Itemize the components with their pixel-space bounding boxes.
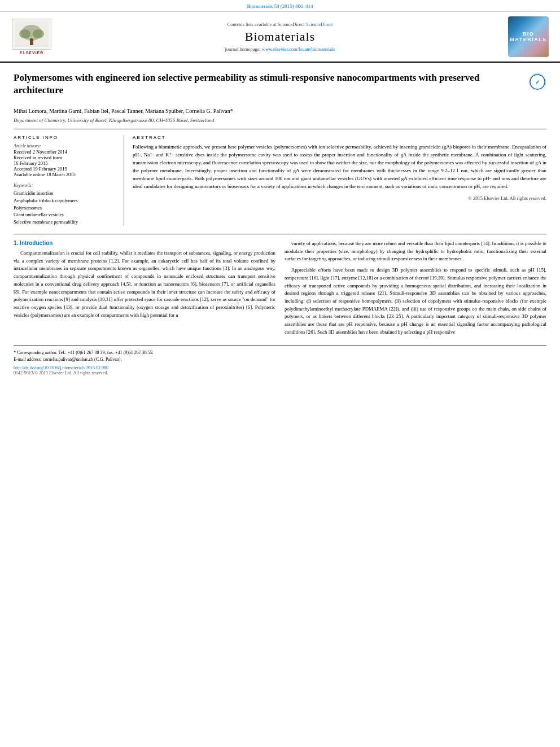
footnote-section: * Corresponding author. Tel.: +41 (0)61 … [14, 346, 546, 375]
intro-heading: 1. Introduction [14, 240, 275, 246]
intro-text-right: variety of applications, because they ar… [285, 240, 546, 337]
abstract-text: Following a biomimetic approach, we pres… [133, 143, 546, 191]
elsevier-brand-text: ELSEVIER [20, 51, 44, 55]
journal-homepage: journal homepage: www.elsevier.com/locat… [225, 46, 335, 52]
svg-point-3 [19, 29, 30, 38]
svg-rect-2 [30, 38, 33, 45]
journal-center-info: Contents lists available at ScienceDirec… [60, 16, 500, 57]
journal-logo-left: ELSEVIER [9, 16, 54, 57]
journal-title: Biomaterials [245, 29, 315, 44]
sciencedirect-info: Contents lists available at ScienceDirec… [228, 21, 333, 27]
keyword-3: Polymersomes [14, 204, 116, 212]
abstract-header: ABSTRACT [133, 135, 546, 140]
svg-text:✓: ✓ [535, 79, 540, 85]
body-section: 1. Introduction Compartmentalization is … [14, 234, 546, 340]
crossmark-badge: ✓ [528, 73, 546, 91]
corresponding-author-note: * Corresponding author. Tel.: +41 (0)61 … [14, 350, 546, 356]
keyword-4: Giant unilamellar vesicles [14, 211, 116, 219]
article-title-section: Polymersomes with engineered ion selecti… [14, 72, 546, 101]
article-info-header: ARTICLE INFO [14, 135, 116, 140]
article-title: Polymersomes with engineered ion selecti… [14, 72, 522, 97]
revised-label: Received in revised form [14, 155, 116, 160]
keyword-1: Gramicidin insertion [14, 190, 116, 197]
authors-section: Mihai Lomora, Martina Garni, Fabian Itel… [14, 108, 546, 114]
article-content: Polymersomes with engineered ion selecti… [0, 63, 560, 382]
journal-homepage-link[interactable]: www.elsevier.com/locate/biomaterials [262, 46, 335, 52]
journal-reference-text: Biomaterials 53 (2015) 406–414 [247, 3, 313, 9]
page-container: Biomaterials 53 (2015) 406–414 ELSEVIER … [0, 0, 560, 747]
article-history: Article history: Received 2 November 201… [14, 143, 116, 177]
journal-logo-right: Biomaterials [506, 16, 551, 57]
received-date: Received 2 November 2014 [14, 149, 116, 155]
article-info-abstract-section: ARTICLE INFO Article history: Received 2… [14, 129, 546, 226]
author-affiliation: Department of Chemistry, University of B… [14, 117, 546, 123]
accepted-date: Accepted 19 February 2015 [14, 166, 116, 172]
keyword-2: Amphiphilic triblock copolymers [14, 197, 116, 204]
article-info-column: ARTICLE INFO Article history: Received 2… [14, 135, 124, 226]
keywords-label: Keywords: [14, 183, 116, 188]
history-label: Article history: [14, 143, 116, 148]
sciencedirect-link-text[interactable]: ScienceDirect [306, 21, 333, 27]
intro-para-3: Appreciable efforts have been made to de… [285, 267, 546, 336]
body-right-column: variety of applications, because they ar… [285, 240, 546, 340]
keywords-section: Keywords: Gramicidin insertion Amphiphil… [14, 183, 116, 226]
doi-link[interactable]: http://dx.doi.org/10.1016/j.biomaterials… [14, 365, 546, 370]
available-date: Available online 18 March 2015 [14, 172, 116, 177]
intro-para-1: Compartmentalization is crucial for cell… [14, 250, 275, 319]
elsevier-logo-graphic [12, 19, 51, 50]
revised-date: 16 February 2015 [14, 160, 116, 166]
issn-text: 0142-9612/© 2015 Elsevier Ltd. All right… [14, 370, 546, 375]
biomaterials-badge: Biomaterials [508, 16, 549, 57]
journal-reference-bar: Biomaterials 53 (2015) 406–414 [0, 0, 560, 12]
copyright-notice: © 2015 Elsevier Ltd. All rights reserved… [133, 195, 546, 201]
body-left-column: 1. Introduction Compartmentalization is … [14, 240, 275, 340]
intro-text-left: Compartmentalization is crucial for cell… [14, 250, 275, 319]
intro-para-2: variety of applications, because they ar… [285, 240, 546, 263]
abstract-column: ABSTRACT Following a biomimetic approach… [133, 135, 546, 226]
keyword-5: Selective membrane permeability [14, 219, 116, 226]
svg-point-4 [33, 29, 44, 38]
journal-header: ELSEVIER Contents lists available at Sci… [0, 12, 560, 63]
email-note: E-mail address: cornelia.palivan@unibas.… [14, 356, 546, 363]
